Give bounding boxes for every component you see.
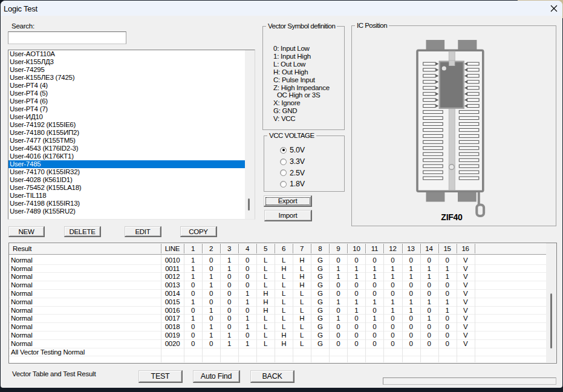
- svg-text:ZIF40: ZIF40: [441, 212, 463, 222]
